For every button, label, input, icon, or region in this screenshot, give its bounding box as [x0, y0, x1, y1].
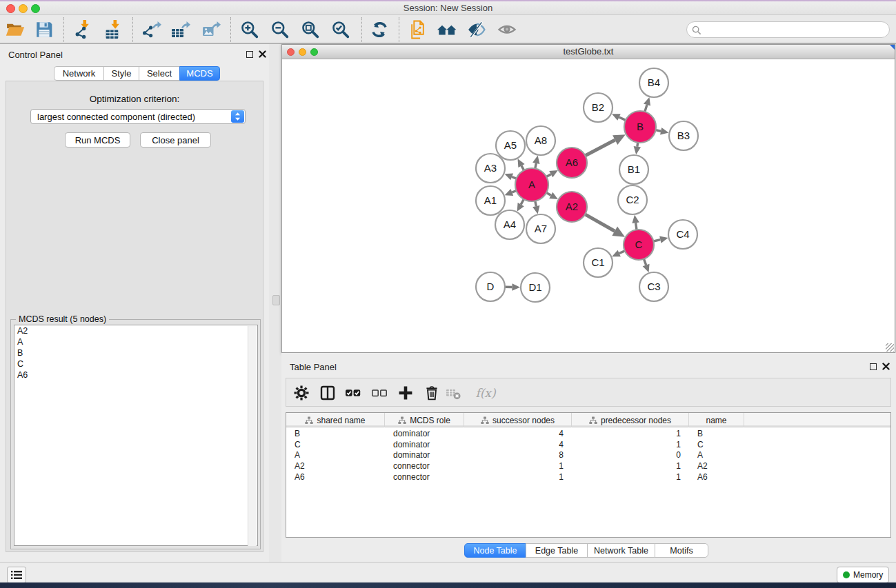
- column-header-mcds-role[interactable]: MCDS role: [385, 413, 464, 427]
- zoom-in-button[interactable]: [238, 18, 261, 41]
- close-window-button[interactable]: [6, 4, 15, 13]
- hide-graphics-details-button[interactable]: [465, 18, 488, 41]
- open-file-button[interactable]: [3, 18, 27, 41]
- cell-mcds_role[interactable]: connector: [385, 460, 464, 472]
- cell-name[interactable]: B: [689, 428, 744, 439]
- edge-A-A7[interactable]: [535, 201, 537, 207]
- cell-shared_name[interactable]: C: [286, 439, 385, 450]
- result-item-b[interactable]: B: [14, 347, 257, 358]
- table-row-c[interactable]: Cdominator41C: [286, 439, 890, 450]
- cell-name[interactable]: C: [689, 439, 744, 450]
- table-row-a[interactable]: Adominator80A: [286, 449, 890, 460]
- window-resize-grip[interactable]: [886, 343, 894, 352]
- result-scrollbar[interactable]: [248, 326, 257, 546]
- import-network-button[interactable]: [72, 18, 95, 41]
- cell-mcds_role[interactable]: dominator: [385, 428, 464, 439]
- table-options-gear-button[interactable]: [292, 384, 310, 402]
- edge-A-A2[interactable]: [546, 193, 551, 196]
- network-close-button[interactable]: [287, 48, 295, 56]
- edge-C-C2[interactable]: [636, 223, 637, 230]
- cell-shared_name[interactable]: A: [286, 449, 385, 460]
- column-header-name[interactable]: name: [689, 413, 744, 427]
- search-input[interactable]: [704, 23, 886, 37]
- cell-successor_nodes[interactable]: 4: [464, 428, 572, 439]
- edge-B-B2[interactable]: [619, 117, 626, 120]
- delete-columns-button[interactable]: [423, 384, 441, 402]
- edge-A2-C[interactable]: [585, 214, 615, 231]
- column-header-predecessor-nodes[interactable]: predecessor nodes: [572, 413, 689, 427]
- cell-predecessor_nodes[interactable]: 1: [572, 439, 689, 450]
- select-all-button[interactable]: [344, 384, 362, 402]
- zoom-window-button[interactable]: [31, 4, 40, 13]
- show-panels-list-button[interactable]: [7, 567, 26, 583]
- memory-button[interactable]: Memory: [837, 567, 889, 583]
- column-header-shared-name[interactable]: shared name: [286, 413, 385, 427]
- unselect-all-button[interactable]: [370, 384, 388, 402]
- export-table-button[interactable]: [169, 18, 192, 41]
- node-table-header[interactable]: shared nameMCDS rolesuccessor nodesprede…: [286, 413, 890, 427]
- tab-mcds[interactable]: MCDS: [179, 66, 220, 81]
- table-row-a6[interactable]: A6connector11A6: [286, 472, 890, 483]
- apply-preferred-layout-button[interactable]: [368, 18, 391, 41]
- result-item-c[interactable]: C: [14, 358, 257, 369]
- cell-predecessor_nodes[interactable]: 1: [572, 460, 689, 472]
- result-item-a6[interactable]: A6: [14, 369, 257, 381]
- cell-name[interactable]: A6: [689, 472, 744, 483]
- zoom-out-button[interactable]: [268, 18, 292, 41]
- close-panel-icon[interactable]: [259, 50, 266, 58]
- tab-node-table[interactable]: Node Table: [464, 543, 526, 558]
- vertical-splitter-grip[interactable]: [272, 295, 280, 305]
- cell-successor_nodes[interactable]: 1: [464, 472, 572, 483]
- run-mcds-button[interactable]: Run MCDS: [65, 132, 130, 148]
- tab-network-table[interactable]: Network Table: [587, 543, 655, 558]
- network-canvas[interactable]: AA1A2A3A4A5A6A7A8BB1B2B3B4CC1C2C3C4DD1: [282, 59, 895, 352]
- network-window-titlebar[interactable]: testGlobe.txt: [282, 45, 895, 59]
- network-minimize-button[interactable]: [299, 48, 306, 56]
- export-network-button[interactable]: [140, 18, 163, 41]
- tab-network[interactable]: Network: [54, 66, 104, 81]
- result-item-a2[interactable]: A2: [14, 325, 257, 336]
- tab-select[interactable]: Select: [139, 66, 180, 81]
- edge-C-C4[interactable]: [653, 240, 660, 241]
- create-column-button[interactable]: [397, 384, 415, 402]
- table-row-b[interactable]: Bdominator41B: [286, 428, 890, 439]
- float-panel-icon[interactable]: [246, 51, 253, 58]
- cell-successor_nodes[interactable]: 1: [464, 460, 572, 472]
- close-table-panel-icon[interactable]: [882, 363, 890, 370]
- export-image-button[interactable]: [199, 18, 223, 41]
- table-row-a2[interactable]: A2connector11A2: [286, 460, 890, 472]
- edge-B-B4[interactable]: [645, 105, 647, 112]
- zoom-fit-button[interactable]: [299, 18, 322, 41]
- cell-shared_name[interactable]: A2: [286, 460, 385, 472]
- cell-successor_nodes[interactable]: 4: [464, 439, 572, 450]
- minimize-window-button[interactable]: [19, 4, 28, 13]
- save-session-button[interactable]: [32, 18, 56, 41]
- result-item-a[interactable]: A: [14, 336, 257, 347]
- cell-successor_nodes[interactable]: 8: [464, 449, 572, 460]
- show-column-button[interactable]: [319, 384, 337, 402]
- cell-predecessor_nodes[interactable]: 0: [572, 449, 689, 460]
- cell-mcds_role[interactable]: connector: [385, 472, 464, 483]
- edge-C-C1[interactable]: [619, 251, 625, 254]
- edge-A-A4[interactable]: [521, 199, 524, 205]
- edge-B-B3[interactable]: [656, 130, 661, 132]
- cell-shared_name[interactable]: B: [286, 428, 385, 439]
- tab-motifs[interactable]: Motifs: [655, 543, 708, 558]
- open-network-document-button[interactable]: [406, 18, 430, 41]
- tab-style[interactable]: Style: [103, 66, 139, 81]
- cell-predecessor_nodes[interactable]: 1: [572, 428, 689, 439]
- import-home-button[interactable]: [435, 18, 459, 41]
- criterion-dropdown[interactable]: largest connected component (directed): [30, 109, 246, 124]
- cell-mcds_role[interactable]: dominator: [385, 439, 464, 450]
- birdseye-view-button[interactable]: [495, 18, 519, 41]
- edge-C-C3[interactable]: [644, 259, 646, 265]
- network-graph[interactable]: AA1A2A3A4A5A6A7A8BB1B2B3B4CC1C2C3C4DD1: [282, 59, 895, 352]
- network-zoom-button[interactable]: [310, 48, 318, 56]
- import-table-button[interactable]: [101, 18, 125, 41]
- edge-A-A8[interactable]: [535, 163, 537, 169]
- close-panel-button[interactable]: Close panel: [140, 132, 211, 148]
- cell-mcds_role[interactable]: dominator: [385, 449, 464, 460]
- mcds-result-list[interactable]: A2ABCA6: [14, 325, 258, 546]
- search-box[interactable]: [686, 21, 890, 38]
- zoom-selected-button[interactable]: [329, 18, 352, 41]
